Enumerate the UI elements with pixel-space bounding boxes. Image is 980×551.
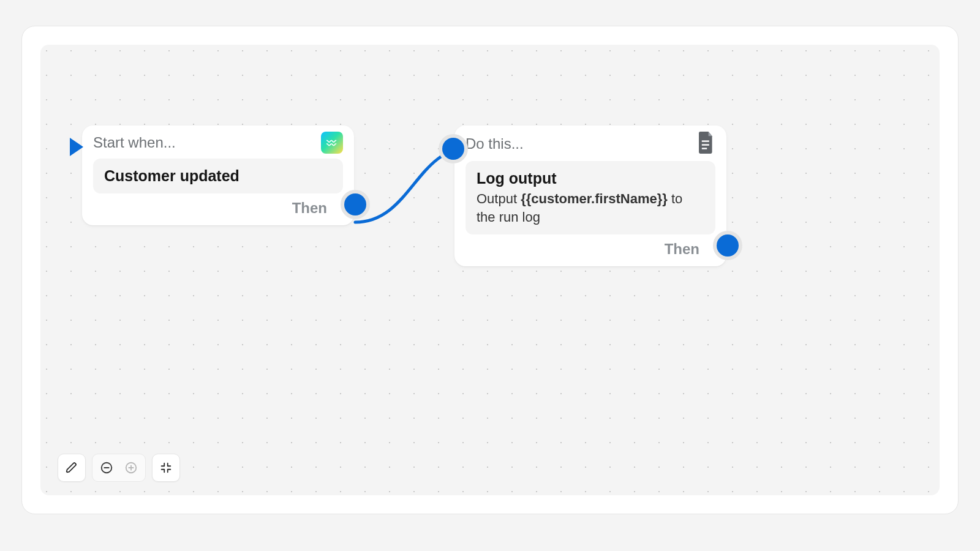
trigger-title: Customer updated — [104, 167, 332, 185]
workflow-canvas[interactable]: Start when... Customer updated Then — [40, 45, 940, 495]
trigger-card-body: Customer updated — [93, 159, 343, 193]
document-icon — [697, 132, 715, 156]
wave-app-icon — [321, 132, 343, 154]
action-desc-prefix: Output — [477, 191, 521, 206]
minimize-icon — [159, 461, 173, 474]
trigger-then-label: Then — [292, 200, 327, 217]
action-card-footer: Then — [454, 234, 726, 266]
zoom-in-icon — [124, 461, 138, 474]
pencil-icon — [65, 461, 78, 474]
edit-button[interactable] — [58, 454, 86, 482]
play-icon — [70, 138, 83, 156]
action-input-port[interactable] — [442, 138, 464, 160]
svg-rect-1 — [702, 144, 709, 145]
action-output-port[interactable] — [717, 234, 739, 257]
svg-rect-0 — [702, 140, 709, 141]
action-description: Output {{customer.firstName}} to the run… — [477, 190, 704, 226]
trigger-output-port[interactable] — [344, 193, 366, 216]
action-header-label: Do this... — [466, 135, 524, 152]
action-card[interactable]: Do this... Log output Outp — [454, 126, 726, 266]
action-then-label: Then — [665, 241, 699, 258]
svg-rect-2 — [702, 148, 707, 149]
trigger-card-header: Start when... — [82, 126, 354, 157]
zoom-out-icon — [100, 461, 113, 474]
workflow-panel: Start when... Customer updated Then — [21, 26, 959, 514]
zoom-group — [92, 454, 146, 482]
action-card-header: Do this... — [454, 126, 726, 160]
canvas-toolbar — [58, 454, 180, 482]
zoom-out-button[interactable] — [96, 457, 117, 478]
trigger-card[interactable]: Start when... Customer updated Then — [82, 126, 354, 225]
zoom-in-button — [121, 457, 141, 478]
trigger-card-footer: Then — [82, 193, 354, 225]
action-title: Log output — [477, 170, 704, 187]
action-card-body: Log output Output {{customer.firstName}}… — [466, 161, 715, 234]
fit-view-button[interactable] — [152, 454, 180, 482]
trigger-header-label: Start when... — [93, 134, 176, 151]
app-frame: Start when... Customer updated Then — [0, 0, 980, 551]
action-desc-variable: {{customer.firstName}} — [521, 191, 668, 206]
